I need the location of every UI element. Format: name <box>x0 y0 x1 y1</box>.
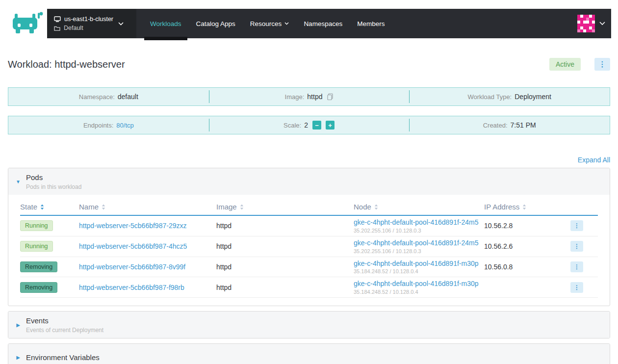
node-link[interactable]: gke-c-4hpht-default-pool-416d891f-24m5 <box>354 218 480 227</box>
dots-vertical-icon: ⋮ <box>599 60 606 69</box>
triangle-right-icon: ▶ <box>15 322 21 328</box>
pods-section-header[interactable]: ▼ Pods Pods in this workload <box>8 168 610 195</box>
pods-section-subtitle: Pods in this workload <box>26 183 81 190</box>
chevron-down-icon <box>284 22 289 25</box>
workload-type-label: Workload Type: <box>467 93 512 101</box>
pod-name-link[interactable]: httpd-webserver-5cb66bf987-29zxz <box>79 222 186 230</box>
nav-item-catalog-apps[interactable]: Catalog Apps <box>196 9 235 38</box>
dots-vertical-icon: ⋮ <box>574 243 580 250</box>
main-navbar: us-east1-b-cluster Default Workloads Cat… <box>47 9 611 38</box>
pod-state-badge: Removing <box>20 261 57 272</box>
image-value: httpd <box>307 93 322 101</box>
namespace-value: default <box>118 93 138 101</box>
pod-row: Removing httpd-webserver-5cb66bf987-f98r… <box>20 277 598 298</box>
nav-item-members[interactable]: Members <box>357 9 385 38</box>
image-label: Image: <box>285 93 305 101</box>
node-ips: 35.202.255.106 / 10.128.0.3 <box>354 248 480 254</box>
cluster-icon <box>54 16 61 22</box>
rancher-cow-icon <box>11 12 43 35</box>
nav-label-resources: Resources <box>250 20 282 27</box>
triangle-right-icon: ▶ <box>15 355 21 360</box>
created-label: Created: <box>483 122 508 129</box>
nav-items: Workloads Catalog Apps Resources Namespa… <box>136 9 398 38</box>
pod-image: httpd <box>216 284 232 291</box>
pods-section-title: Pods <box>26 173 81 182</box>
chevron-down-icon <box>118 22 124 26</box>
pod-state-badge: Running <box>20 241 53 252</box>
page-title: Workload: httpd-webserver <box>8 59 125 70</box>
user-menu[interactable] <box>577 9 611 38</box>
pod-ip: 10.56.2.8 <box>484 222 513 230</box>
nav-item-workloads[interactable]: Workloads <box>150 9 181 38</box>
rancher-logo[interactable] <box>7 9 47 38</box>
nav-item-resources[interactable]: Resources <box>250 9 289 38</box>
sort-icon <box>522 204 526 210</box>
project-folder-icon <box>54 26 60 31</box>
nav-label-workloads: Workloads <box>150 20 181 27</box>
pod-name-link[interactable]: httpd-webserver-5cb66bf987-f98rb <box>79 284 184 291</box>
plus-icon: + <box>328 122 332 129</box>
nav-label-namespaces: Namespaces <box>304 20 342 27</box>
pod-name-link[interactable]: httpd-webserver-5cb66bf987-8v99f <box>79 263 185 271</box>
events-section-subtitle: Events of current Deployment <box>26 327 103 334</box>
column-header-node[interactable]: Node <box>354 195 484 215</box>
environment-variables-header[interactable]: ▶ Environment Variables <box>8 344 610 364</box>
scale-up-button[interactable]: + <box>326 121 335 130</box>
nav-item-namespaces[interactable]: Namespaces <box>304 9 342 38</box>
pod-state-badge: Running <box>20 220 53 231</box>
node-ips: 35.184.248.52 / 10.128.0.4 <box>354 289 480 295</box>
copy-icon[interactable] <box>327 93 333 100</box>
pod-row: Running httpd-webserver-5cb66bf987-29zxz… <box>20 215 598 236</box>
pod-ip: 10.56.0.8 <box>484 263 513 271</box>
pods-table-wrap: State Name <box>8 195 610 306</box>
column-header-name[interactable]: Name <box>79 195 216 215</box>
column-node-label: Node <box>354 203 371 211</box>
column-name-label: Name <box>79 203 99 211</box>
pod-name-link[interactable]: httpd-webserver-5cb66bf987-4hcz5 <box>79 242 187 250</box>
chevron-down-icon <box>599 22 605 26</box>
pod-state-badge: Removing <box>20 282 57 293</box>
sort-icon <box>374 204 378 210</box>
user-avatar <box>577 15 595 32</box>
namespace-cell: Namespace: default <box>8 88 209 105</box>
column-header-state[interactable]: State <box>20 195 79 215</box>
endpoints-cell: Endpoints: 80/tcp <box>8 116 209 134</box>
dots-vertical-icon: ⋮ <box>574 263 580 270</box>
node-link[interactable]: gke-c-4hpht-default-pool-416d891f-24m5 <box>354 239 480 247</box>
workload-actions-button[interactable]: ⋮ <box>594 58 610 71</box>
sort-icon <box>240 204 244 210</box>
node-link[interactable]: gke-c-4hpht-default-pool-416d891f-m30p <box>354 280 480 288</box>
pod-actions-button[interactable]: ⋮ <box>570 261 583 272</box>
scale-label: Scale: <box>283 122 301 129</box>
cluster-project-selector[interactable]: us-east1-b-cluster Default <box>47 9 136 38</box>
column-header-ip[interactable]: IP Address <box>484 195 570 215</box>
pods-table: State Name <box>20 195 598 298</box>
created-value: 7:51 PM <box>511 121 536 129</box>
pod-actions-button[interactable]: ⋮ <box>570 220 583 231</box>
pod-actions-button[interactable]: ⋮ <box>570 282 583 293</box>
nav-label-catalog-apps: Catalog Apps <box>196 20 235 27</box>
status-badge: Active <box>549 58 581 71</box>
events-section: ▶ Events Events of current Deployment <box>8 311 610 338</box>
expand-all-link[interactable]: Expand All <box>578 156 610 164</box>
events-section-header[interactable]: ▶ Events Events of current Deployment <box>8 312 610 338</box>
pod-ip: 10.56.2.6 <box>484 242 513 250</box>
namespace-label: Namespace: <box>79 93 115 101</box>
workload-type-cell: Workload Type: Deployment <box>409 88 610 105</box>
column-header-image[interactable]: Image <box>216 195 354 215</box>
scale-cell: Scale: 2 − + <box>209 116 410 134</box>
image-cell: Image: httpd <box>209 88 410 105</box>
node-link[interactable]: gke-c-4hpht-default-pool-416d891f-m30p <box>354 260 480 268</box>
endpoint-link[interactable]: 80/tcp <box>116 122 133 129</box>
top-bar: us-east1-b-cluster Default Workloads Cat… <box>0 0 618 38</box>
workload-type-value: Deployment <box>515 93 551 101</box>
pod-image: httpd <box>216 242 232 250</box>
minus-icon: − <box>315 122 319 129</box>
endpoints-label: Endpoints: <box>83 122 113 129</box>
workload-detail-banner: Endpoints: 80/tcp Scale: 2 − + Created: … <box>8 116 610 134</box>
sort-icon <box>40 204 44 210</box>
scale-down-button[interactable]: − <box>312 121 321 130</box>
cluster-name: us-east1-b-cluster <box>64 16 113 23</box>
column-header-actions <box>570 195 598 215</box>
pod-actions-button[interactable]: ⋮ <box>570 241 583 252</box>
